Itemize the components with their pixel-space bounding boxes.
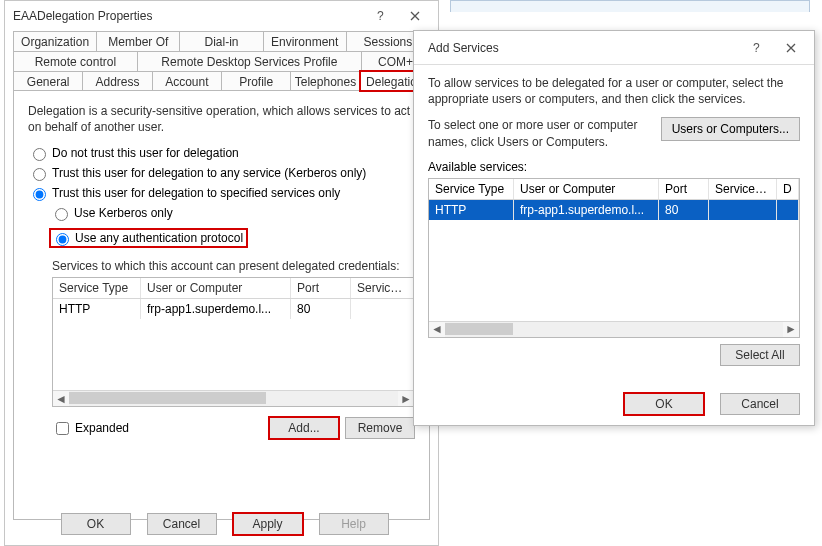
cell-service-name <box>709 200 777 220</box>
help-icon[interactable]: ? <box>740 34 774 62</box>
tab-dial-in[interactable]: Dial-in <box>179 31 263 51</box>
available-services-list[interactable]: Service Type User or Computer Port Servi… <box>428 178 800 338</box>
cell-service-type: HTTP <box>429 200 514 220</box>
tab-address[interactable]: Address <box>82 71 152 91</box>
apply-button[interactable]: Apply <box>233 513 303 535</box>
col-service-name[interactable]: Service Name <box>709 179 777 199</box>
add-services-dialog: Add Services ? To allow services to be d… <box>413 30 815 426</box>
svg-text:?: ? <box>753 42 760 54</box>
radio-any-protocol-input[interactable] <box>56 233 69 246</box>
radio-any-service-input[interactable] <box>33 168 46 181</box>
col-user-or-computer[interactable]: User or Computer <box>141 278 291 298</box>
cell-d <box>777 200 799 220</box>
cell-service-type: HTTP <box>53 299 141 319</box>
users-or-computers-button[interactable]: Users or Computers... <box>661 117 800 141</box>
dialog-footer: OK Cancel Apply Help <box>5 513 438 535</box>
col-port[interactable]: Port <box>291 278 351 298</box>
radio-no-trust-input[interactable] <box>33 148 46 161</box>
properties-dialog: EAADelegation Properties ? Organization … <box>4 0 439 546</box>
cancel-button[interactable]: Cancel <box>720 393 800 415</box>
tab-rds-profile[interactable]: Remote Desktop Services Profile <box>137 51 362 71</box>
col-service-type[interactable]: Service Type <box>53 278 141 298</box>
remove-button[interactable]: Remove <box>345 417 415 439</box>
dialog-title: EAADelegation Properties <box>13 9 364 23</box>
h-scrollbar[interactable]: ◄ ► <box>53 390 414 406</box>
radio-kerberos-only-input[interactable] <box>55 208 68 221</box>
ok-button[interactable]: OK <box>624 393 704 415</box>
table-row[interactable]: HTTP frp-app1.superdemo.l... 80 <box>429 200 799 220</box>
radio-any-protocol[interactable]: Use any authentication protocol <box>50 229 247 247</box>
tab-telephones[interactable]: Telephones <box>290 71 360 91</box>
tab-environment[interactable]: Environment <box>263 31 347 51</box>
scroll-thumb[interactable] <box>69 392 266 404</box>
radio-any-service-label: Trust this user for delegation to any se… <box>52 166 366 180</box>
cell-service-name <box>351 299 414 319</box>
select-all-button[interactable]: Select All <box>720 344 800 366</box>
tab-organization[interactable]: Organization <box>13 31 97 51</box>
cell-port: 80 <box>659 200 709 220</box>
close-icon[interactable] <box>774 34 808 62</box>
titlebar: Add Services ? <box>414 31 814 65</box>
radio-specified-input[interactable] <box>33 188 46 201</box>
ok-button[interactable]: OK <box>61 513 131 535</box>
cell-user-or-computer: frp-app1.superdemo.l... <box>514 200 659 220</box>
radio-specified[interactable]: Trust this user for delegation to specif… <box>28 185 415 201</box>
radio-no-trust-label: Do not trust this user for delegation <box>52 146 239 160</box>
radio-no-trust[interactable]: Do not trust this user for delegation <box>28 145 415 161</box>
dialog-title: Add Services <box>422 41 740 55</box>
col-service-name[interactable]: Service N... <box>351 278 414 298</box>
scroll-thumb[interactable] <box>445 323 513 335</box>
instruction-text-1: To allow services to be delegated for a … <box>428 75 800 107</box>
radio-any-service[interactable]: Trust this user for delegation to any se… <box>28 165 415 181</box>
background-pane <box>450 0 810 12</box>
close-icon[interactable] <box>398 2 432 30</box>
scroll-right-icon[interactable]: ► <box>783 322 799 337</box>
table-row[interactable]: HTTP frp-app1.superdemo.l... 80 <box>53 299 414 319</box>
tab-general[interactable]: General <box>13 71 83 91</box>
tab-account[interactable]: Account <box>152 71 222 91</box>
h-scrollbar[interactable]: ◄ ► <box>429 321 799 337</box>
scroll-left-icon[interactable]: ◄ <box>429 322 445 337</box>
col-user-or-computer[interactable]: User or Computer <box>514 179 659 199</box>
tab-content: Delegation is a security-sensitive opera… <box>13 90 430 520</box>
scroll-track[interactable] <box>445 322 783 337</box>
tabs-container: Organization Member Of Dial-in Environme… <box>13 31 430 520</box>
radio-specified-label: Trust this user for delegation to specif… <box>52 186 340 200</box>
cell-port: 80 <box>291 299 351 319</box>
scroll-left-icon[interactable]: ◄ <box>53 391 69 406</box>
help-button[interactable]: Help <box>319 513 389 535</box>
services-list[interactable]: Service Type User or Computer Port Servi… <box>52 277 415 407</box>
services-caption: Services to which this account can prese… <box>52 259 415 273</box>
col-service-type[interactable]: Service Type <box>429 179 514 199</box>
intro-text: Delegation is a security-sensitive opera… <box>28 103 415 135</box>
col-port[interactable]: Port <box>659 179 709 199</box>
cancel-button[interactable]: Cancel <box>147 513 217 535</box>
expanded-label: Expanded <box>75 421 129 435</box>
radio-kerberos-only[interactable]: Use Kerberos only <box>50 205 415 221</box>
help-icon[interactable]: ? <box>364 2 398 30</box>
services-body: HTTP frp-app1.superdemo.l... 80 <box>53 299 414 390</box>
radio-any-protocol-label: Use any authentication protocol <box>75 231 243 245</box>
available-body: HTTP frp-app1.superdemo.l... 80 <box>429 200 799 321</box>
col-d[interactable]: D <box>777 179 799 199</box>
expanded-checkbox-input[interactable] <box>56 422 69 435</box>
scroll-right-icon[interactable]: ► <box>398 391 414 406</box>
available-services-label: Available services: <box>428 160 800 174</box>
services-header: Service Type User or Computer Port Servi… <box>53 278 414 299</box>
svg-text:?: ? <box>377 10 384 22</box>
tab-remote-control[interactable]: Remote control <box>13 51 138 71</box>
radio-kerberos-only-label: Use Kerberos only <box>74 206 173 220</box>
tab-profile[interactable]: Profile <box>221 71 291 91</box>
cell-user-or-computer: frp-app1.superdemo.l... <box>141 299 291 319</box>
available-header: Service Type User or Computer Port Servi… <box>429 179 799 200</box>
titlebar: EAADelegation Properties ? <box>5 1 438 31</box>
instruction-text-2: To select one or more user or computer n… <box>428 117 651 149</box>
add-button[interactable]: Add... <box>269 417 339 439</box>
expanded-checkbox[interactable]: Expanded <box>52 419 129 438</box>
scroll-track[interactable] <box>69 391 398 406</box>
tab-member-of[interactable]: Member Of <box>96 31 180 51</box>
